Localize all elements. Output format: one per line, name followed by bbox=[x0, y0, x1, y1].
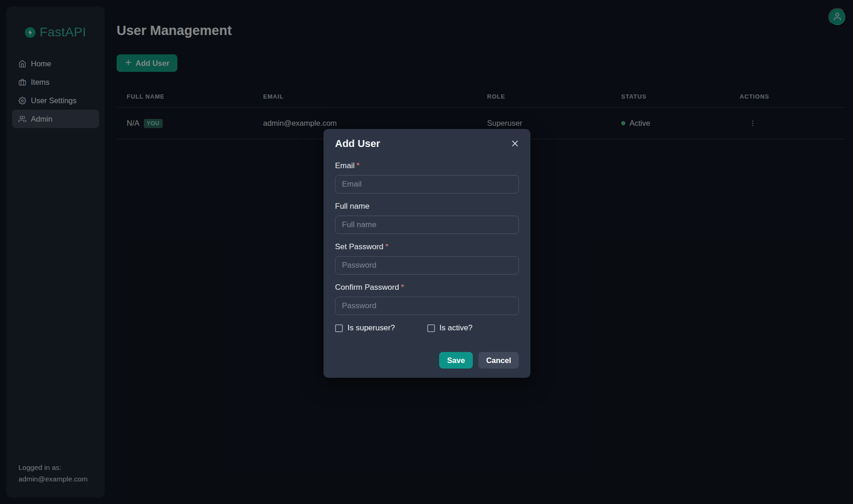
is-superuser-label: Is superuser? bbox=[347, 323, 395, 333]
confirm-password-field[interactable] bbox=[335, 297, 519, 315]
required-asterisk: * bbox=[385, 242, 388, 251]
full-name-field[interactable] bbox=[335, 216, 519, 234]
add-user-modal: Add User Email* Full name Set Password* … bbox=[324, 129, 530, 378]
is-active-checkbox[interactable] bbox=[427, 324, 435, 332]
confirm-password-field-group: Confirm Password* bbox=[335, 283, 519, 315]
email-label: Email* bbox=[335, 161, 519, 170]
close-icon bbox=[510, 139, 520, 148]
email-field[interactable] bbox=[335, 175, 519, 193]
cancel-button[interactable]: Cancel bbox=[478, 352, 519, 369]
required-asterisk: * bbox=[401, 283, 404, 292]
modal-title: Add User bbox=[335, 137, 519, 150]
required-asterisk: * bbox=[357, 161, 360, 170]
set-password-label: Set Password* bbox=[335, 242, 519, 252]
app-root: FastAPI Home Items User Settings bbox=[0, 0, 853, 504]
full-name-label: Full name bbox=[335, 202, 519, 211]
is-superuser-checkbox-row[interactable]: Is superuser? bbox=[335, 323, 427, 333]
email-field-group: Email* bbox=[335, 161, 519, 193]
is-active-label: Is active? bbox=[440, 323, 473, 333]
modal-checkboxes: Is superuser? Is active? bbox=[335, 323, 519, 333]
modal-close-button[interactable] bbox=[509, 137, 521, 149]
modal-footer: Save Cancel bbox=[335, 352, 519, 369]
save-button[interactable]: Save bbox=[439, 352, 473, 369]
confirm-password-label: Confirm Password* bbox=[335, 283, 519, 292]
is-active-checkbox-row[interactable]: Is active? bbox=[427, 323, 519, 333]
is-superuser-checkbox[interactable] bbox=[335, 324, 343, 332]
full-name-field-group: Full name bbox=[335, 202, 519, 234]
set-password-field-group: Set Password* bbox=[335, 242, 519, 275]
set-password-field[interactable] bbox=[335, 256, 519, 275]
